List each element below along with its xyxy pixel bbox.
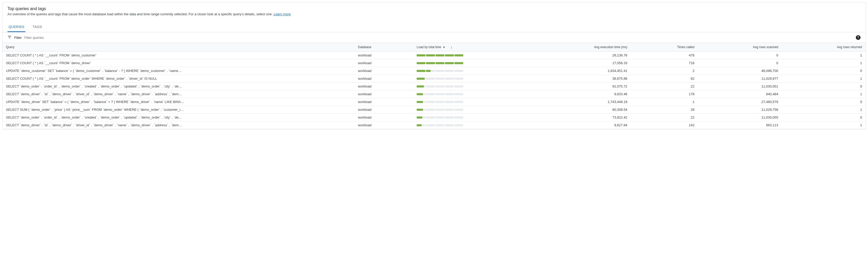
cell-rows-returned: 1 [782, 90, 866, 98]
cell-load [413, 114, 514, 121]
table-row[interactable]: SELECT `demo_order` . `order_id` , `demo… [2, 83, 866, 90]
cell-avg-exec: 9,627.84 [514, 121, 631, 129]
cell-rows-scanned: 11,030,051 [698, 83, 782, 90]
load-bar [417, 101, 463, 103]
cell-query: SELECT COUNT ( * ) AS `__count` FROM `de… [2, 52, 354, 59]
cell-times-called: 178 [631, 90, 698, 98]
table-row[interactable]: SELECT `demo_driver` . `id` , `demo_driv… [2, 121, 866, 129]
sort-caret-icon: ▼ [443, 46, 445, 49]
table-row[interactable]: SELECT `demo_driver` . `id` , `demo_driv… [2, 90, 866, 98]
load-bar [417, 93, 463, 95]
cell-rows-scanned: 11,029,756 [698, 106, 782, 114]
cell-rows-scanned: 663,113 [698, 121, 782, 129]
table-row[interactable]: SELECT COUNT ( * ) AS `__count` FROM `de… [2, 75, 866, 83]
col-header-database[interactable]: Database [354, 43, 413, 52]
cell-load [413, 52, 514, 59]
load-bar [417, 78, 463, 80]
cell-database: workload [354, 52, 413, 59]
help-icon[interactable]: ? [856, 35, 861, 40]
col-header-rows-returned[interactable]: Avg rows returned [782, 43, 866, 52]
cell-times-called: 716 [631, 59, 698, 67]
cell-query: SELECT `demo_driver` . `id` , `demo_driv… [2, 121, 354, 129]
sort-arrow-down-icon: ↓ [451, 45, 453, 49]
cell-avg-exec: 73,822.42 [514, 114, 631, 121]
card-header: Top queries and tags An overview of the … [2, 2, 866, 19]
table-row[interactable]: SELECT COUNT ( * ) AS `__count` FROM `de… [2, 52, 866, 59]
cell-avg-exec: 1,743,448.16 [514, 98, 631, 106]
cell-database: workload [354, 75, 413, 83]
cell-database: workload [354, 98, 413, 106]
cell-database: workload [354, 106, 413, 114]
cell-times-called: 62 [631, 75, 698, 83]
col-header-times-called[interactable]: Times called [631, 43, 698, 52]
cell-avg-exec: 60,308.54 [514, 106, 631, 114]
cell-rows-scanned: 0 [698, 52, 782, 59]
table-header-row: Query Database Load by total time ▼ ↓ Av… [2, 43, 866, 52]
cell-times-called: 22 [631, 83, 698, 90]
cell-times-called: 478 [631, 52, 698, 59]
table-row[interactable]: SELECT `demo_order` . `order_id` , `demo… [2, 114, 866, 121]
cell-load [413, 67, 514, 75]
cell-avg-exec: 1,834,451.41 [514, 67, 631, 75]
cell-query: UPDATE `demo_driver` SET `balance` = ( `… [2, 98, 354, 106]
top-queries-card: Top queries and tags An overview of the … [2, 2, 866, 129]
tabs: QUERIES TAGS [2, 22, 866, 32]
cell-load [413, 106, 514, 114]
cell-rows-returned: 1 [782, 106, 866, 114]
table-row[interactable]: UPDATE `demo_driver` SET `balance` = ( `… [2, 98, 866, 106]
cell-database: workload [354, 67, 413, 75]
cell-avg-exec: 91,075.72 [514, 83, 631, 90]
cell-rows-returned: 0 [782, 67, 866, 75]
cell-database: workload [354, 90, 413, 98]
load-bar [417, 124, 463, 126]
table-row[interactable]: SELECT SUM ( `demo_order` . `price` ) AS… [2, 106, 866, 114]
cell-avg-exec: 36,875.86 [514, 75, 631, 83]
cell-query: UPDATE `demo_customer` SET `balance` = (… [2, 67, 354, 75]
cell-times-called: 1 [631, 98, 698, 106]
cell-times-called: 28 [631, 106, 698, 114]
cell-database: workload [354, 121, 413, 129]
learn-more-link[interactable]: Learn more [274, 12, 291, 16]
cell-rows-scanned: 640,484 [698, 90, 782, 98]
cell-times-called: 142 [631, 121, 698, 129]
cell-rows-scanned: 46,098,700 [698, 67, 782, 75]
cell-rows-scanned: 11,029,977 [698, 75, 782, 83]
cell-rows-scanned: 27,480,579 [698, 98, 782, 106]
filter-label: Filter [14, 36, 22, 39]
col-header-avg-exec[interactable]: Avg execution time (ms) [514, 43, 631, 52]
filter-icon [7, 35, 12, 40]
card-description: An overview of the queries and tags that… [7, 12, 861, 16]
cell-avg-exec: 9,833.46 [514, 90, 631, 98]
table-row[interactable]: UPDATE `demo_customer` SET `balance` = (… [2, 67, 866, 75]
col-header-query[interactable]: Query [2, 43, 354, 52]
cell-load [413, 59, 514, 67]
load-bar [417, 70, 463, 72]
cell-load [413, 98, 514, 106]
cell-database: workload [354, 83, 413, 90]
cell-load [413, 75, 514, 83]
cell-query: SELECT `demo_order` . `order_id` , `demo… [2, 83, 354, 90]
cell-rows-returned: 0 [782, 98, 866, 106]
tab-tags[interactable]: TAGS [32, 22, 43, 32]
col-header-rows-scanned[interactable]: Avg rows scanned [698, 43, 782, 52]
tab-queries[interactable]: QUERIES [7, 22, 25, 32]
table-row[interactable]: SELECT COUNT ( * ) AS `__count` FROM `de… [2, 59, 866, 67]
filter-input[interactable] [24, 36, 853, 39]
cell-times-called: 22 [631, 114, 698, 121]
cell-rows-returned: 0 [782, 83, 866, 90]
col-header-load[interactable]: Load by total time ▼ ↓ [413, 43, 514, 52]
cell-rows-returned: 1 [782, 52, 866, 59]
cell-load [413, 90, 514, 98]
queries-table: Query Database Load by total time ▼ ↓ Av… [2, 43, 866, 129]
load-bar [417, 116, 463, 119]
cell-load [413, 83, 514, 90]
cell-rows-returned: 1 [782, 121, 866, 129]
cell-database: workload [354, 114, 413, 121]
load-bar [417, 85, 463, 87]
table-body: SELECT COUNT ( * ) AS `__count` FROM `de… [2, 52, 866, 129]
cell-rows-returned: 0 [782, 114, 866, 121]
cell-query: SELECT COUNT ( * ) AS `__count` FROM `de… [2, 59, 354, 67]
cell-avg-exec: 26,138.76 [514, 52, 631, 59]
cell-avg-exec: 17,056.33 [514, 59, 631, 67]
load-bar [417, 54, 463, 56]
